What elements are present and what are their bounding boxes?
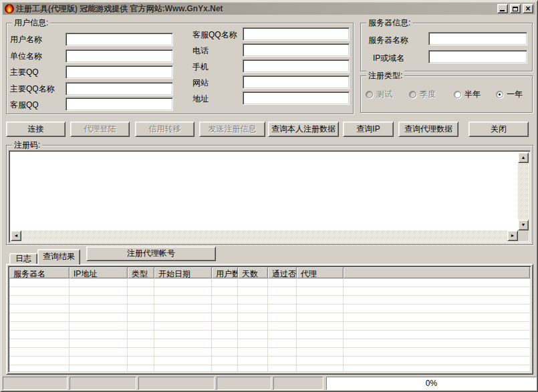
results-table-body <box>9 278 530 371</box>
radio-one-year-label: 一年 <box>507 89 523 100</box>
scroll-down-button[interactable]: ▼ <box>518 220 529 230</box>
server-info-group-title: 服务器信息: <box>366 18 412 27</box>
unit-name-label: 单位名称 <box>10 51 42 61</box>
grid-col <box>128 278 154 371</box>
username-input[interactable] <box>65 33 173 46</box>
col-server-name[interactable]: 服务器名 <box>9 267 70 278</box>
user-info-group-title: 用户信息: <box>12 18 50 27</box>
phone-label: 电话 <box>192 46 209 55</box>
close-button[interactable]: × <box>523 4 533 13</box>
grid-col <box>297 278 344 371</box>
reg-code-group-title: 注册码: <box>12 140 42 150</box>
reg-type-group-title: 注册类型: <box>366 71 404 80</box>
main-qq-name-input[interactable] <box>65 82 173 95</box>
query-ip-button[interactable]: 查询IP <box>343 122 394 137</box>
status-panel-5 <box>273 377 323 390</box>
service-qq-input[interactable] <box>65 97 173 111</box>
status-panel-4 <box>217 377 271 390</box>
col-filler <box>344 267 530 278</box>
title-bar: 注册工具(代理版) 冠能游戏提供 官方网站:Www.GnYx.Net × <box>3 3 535 15</box>
grid-col <box>212 278 238 371</box>
service-qq-name-input[interactable] <box>243 27 350 41</box>
reg-code-textarea[interactable] <box>11 152 518 230</box>
ip-or-domain-input[interactable] <box>428 50 527 63</box>
status-panel-3 <box>138 377 215 390</box>
connect-button[interactable]: 连接 <box>6 122 65 137</box>
send-reg-info-button: 发送注册信息 <box>199 122 265 137</box>
radio-half-year[interactable]: 半年 <box>454 90 481 99</box>
scroll-left-button[interactable]: ◄ <box>11 230 21 241</box>
close-icon: × <box>525 5 530 12</box>
radio-one-year[interactable]: 一年 <box>496 90 523 99</box>
grid-col <box>9 278 70 371</box>
radio-quarter-icon <box>409 91 416 98</box>
main-qq-input[interactable] <box>65 65 173 79</box>
radio-test: 测试 <box>366 90 392 99</box>
server-name-input[interactable] <box>428 32 527 45</box>
grid-col <box>344 278 530 371</box>
radio-test-icon <box>366 91 373 98</box>
scroll-left-icon: ◄ <box>14 233 19 238</box>
app-flame-icon <box>5 4 14 13</box>
col-ip-address[interactable]: IP地址 <box>70 267 128 278</box>
col-agent[interactable]: 代理 <box>297 267 344 278</box>
address-input[interactable] <box>243 91 350 105</box>
results-table[interactable]: 服务器名 IP地址 类型 开始日期 用户数 天数 通过否 代理 <box>8 266 531 373</box>
service-qq-label: 客服QQ <box>10 100 39 110</box>
radio-half-year-label: 半年 <box>464 89 481 100</box>
radio-half-year-icon <box>454 91 461 98</box>
close-app-button[interactable]: 关闭 <box>468 122 529 137</box>
radio-quarter-label: 季度 <box>420 89 436 100</box>
status-panel-2 <box>70 377 136 390</box>
service-qq-name-label: 客服QQ名称 <box>192 30 237 39</box>
main-qq-label: 主要QQ <box>10 67 39 77</box>
scroll-up-icon: ▲ <box>521 155 526 160</box>
vertical-scrollbar[interactable]: ▲ ▼ <box>518 152 529 230</box>
col-type[interactable]: 类型 <box>128 267 154 278</box>
register-agent-account-button[interactable]: 注册代理帐号 <box>86 246 216 261</box>
credit-transfer-button: 信用转移 <box>135 122 194 137</box>
query-own-reg-data-button[interactable]: 查询本人注册数据 <box>268 122 339 137</box>
address-label: 地址 <box>192 94 209 104</box>
col-user-count[interactable]: 用户数 <box>212 267 238 278</box>
phone-input[interactable] <box>243 43 350 57</box>
minimize-button[interactable] <box>497 4 508 13</box>
col-days[interactable]: 天数 <box>238 267 268 278</box>
minimize-icon <box>500 10 505 11</box>
unit-name-input[interactable] <box>65 49 173 63</box>
query-agent-data-button[interactable]: 查询代理数据 <box>398 122 458 137</box>
radio-quarter: 季度 <box>409 90 436 99</box>
radio-one-year-icon <box>496 91 503 98</box>
status-panel-1 <box>3 377 68 390</box>
radio-test-label: 测试 <box>376 89 392 100</box>
scroll-up-button[interactable]: ▲ <box>518 152 529 163</box>
app-window: 注册工具(代理版) 冠能游戏提供 官方网站:Www.GnYx.Net × 用户信… <box>0 0 538 392</box>
mobile-label: 手机 <box>192 62 209 71</box>
website-label: 网站 <box>192 78 209 87</box>
mobile-input[interactable] <box>243 59 350 73</box>
ip-or-domain-label: IP或域名 <box>373 53 404 63</box>
col-passed[interactable]: 通过否 <box>268 267 297 278</box>
scrollbar-corner <box>518 230 529 241</box>
tab-log[interactable]: 日志 <box>9 253 37 264</box>
scroll-right-icon: ► <box>511 233 515 238</box>
tab-query-results[interactable]: 查询结果 <box>37 249 80 264</box>
scroll-right-button[interactable]: ► <box>507 230 518 241</box>
col-start-date[interactable]: 开始日期 <box>154 267 212 278</box>
reg-code-box: ▲ ▼ ◄ ► <box>9 150 531 243</box>
reg-code-group: 注册码: ▲ ▼ ◄ ► <box>6 145 533 245</box>
username-label: 用户名称 <box>10 35 42 44</box>
horizontal-scrollbar[interactable]: ◄ ► <box>11 230 518 241</box>
grid-col <box>238 278 268 371</box>
results-table-header: 服务器名 IP地址 类型 开始日期 用户数 天数 通过否 代理 <box>9 267 530 278</box>
main-qq-name-label: 主要QQ名称 <box>10 84 55 93</box>
agent-login-button: 代理登陆 <box>70 122 130 137</box>
grid-col <box>154 278 212 371</box>
progress-bar: 0% <box>326 377 537 390</box>
website-input[interactable] <box>243 75 350 89</box>
grid-col <box>268 278 297 371</box>
maximize-button[interactable] <box>510 4 521 13</box>
scroll-down-icon: ▼ <box>521 222 526 227</box>
server-name-label: 服务器名称 <box>368 35 408 45</box>
tab-content-panel: 服务器名 IP地址 类型 开始日期 用户数 天数 通过否 代理 <box>6 264 533 375</box>
